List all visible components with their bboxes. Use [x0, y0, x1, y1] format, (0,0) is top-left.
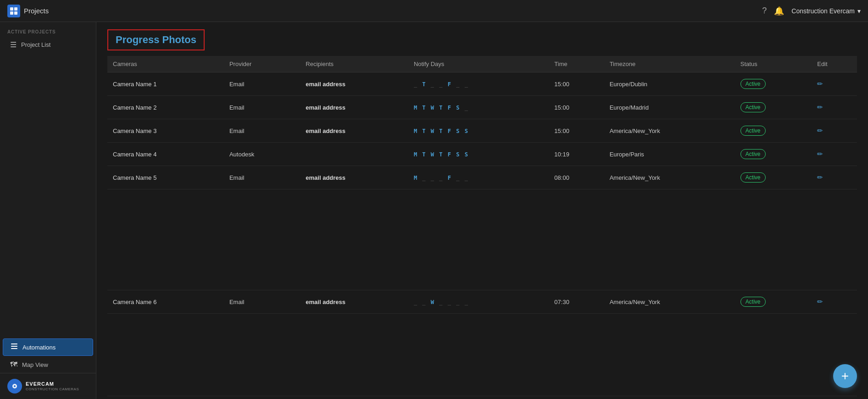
cell-edit[interactable]: ✏ [812, 166, 857, 189]
table-row: Camera Name 3 Email email address M T W … [107, 119, 857, 143]
cell-timezone: Europe/Dublin [604, 72, 735, 96]
status-badge: Active [740, 172, 766, 183]
col-status: Status [735, 56, 812, 72]
sidebar-item-map-view[interactable]: 🗺 Map View [3, 357, 93, 372]
sidebar-item-automations[interactable]: Automations [3, 338, 93, 356]
sidebar-item-project-list[interactable]: ☰ Project List [3, 37, 93, 53]
cell-status: Active [735, 72, 812, 96]
cell-camera: Camera Name 1 [107, 72, 224, 96]
evercam-logo-text-group: EVERCAM CONSTRUCTION CAMERAS [26, 381, 79, 391]
cell-edit[interactable]: ✏ [812, 96, 857, 119]
status-badge: Active [740, 149, 766, 159]
navbar: Projects ? 🔔 Construction Evercam ▾ [0, 0, 868, 22]
cell-timezone: America/New_York [604, 166, 735, 189]
cell-camera: Camera Name 3 [107, 119, 224, 143]
evercam-logo: EVERCAM CONSTRUCTION CAMERAS [7, 379, 79, 393]
add-fab-button[interactable]: + [833, 364, 857, 388]
status-badge: Active [740, 102, 766, 112]
cell-status: Active [735, 143, 812, 166]
user-menu[interactable]: Construction Evercam ▾ [791, 7, 861, 15]
cell-timezone: Europe/Paris [604, 143, 735, 166]
cell-edit[interactable]: ✏ [812, 396, 857, 399]
cell-edit[interactable]: ✏ [812, 143, 857, 166]
edit-icon[interactable]: ✏ [817, 103, 823, 111]
svg-rect-3 [14, 11, 17, 15]
cell-camera: Camera Name 7 [107, 396, 224, 399]
cell-recipients: email address [300, 290, 408, 314]
page-header: Progress Photos [96, 22, 868, 56]
cell-notify-days: _ T _ _ F _ _ [408, 72, 549, 96]
col-provider: Provider [224, 56, 300, 72]
cell-recipients: email address [300, 96, 408, 119]
cell-notify-days: _ _ W _ _ _ _ [408, 396, 549, 399]
fab-plus-icon: + [841, 369, 849, 383]
cell-time: 15:00 [549, 96, 604, 119]
map-view-icon: 🗺 [10, 360, 17, 369]
edit-icon[interactable]: ✏ [817, 173, 823, 181]
table-row: Camera Name 2 Email email address M T W … [107, 96, 857, 119]
sidebar-bottom: EVERCAM CONSTRUCTION CAMERAS [0, 373, 96, 399]
col-recipients: Recipients [300, 56, 408, 72]
cell-edit[interactable]: ✏ [812, 72, 857, 96]
app-logo [7, 5, 20, 17]
svg-rect-6 [11, 348, 17, 349]
bell-icon[interactable]: 🔔 [774, 6, 784, 16]
status-badge: Active [740, 126, 766, 136]
cell-time: 15:00 [549, 119, 604, 143]
sidebar-section-label: ACTIVE PROJECTS [0, 26, 96, 36]
cell-time: 07:30 [549, 290, 604, 314]
navbar-title: Projects [24, 7, 49, 15]
main-layout: ACTIVE PROJECTS ☰ Project List Automatio… [0, 22, 868, 399]
cell-timezone: America/New_York [604, 119, 735, 143]
cell-time: 10:19 [549, 143, 604, 166]
automations-icon [11, 343, 18, 352]
evercam-logo-name: EVERCAM [26, 381, 79, 387]
cell-recipients [300, 143, 408, 166]
cell-provider: Autodesk [224, 143, 300, 166]
edit-icon[interactable]: ✏ [817, 80, 823, 88]
cell-status: Active [735, 96, 812, 119]
cell-notify-days: M _ _ _ F _ _ [408, 166, 549, 189]
cell-recipients: email address [300, 119, 408, 143]
cell-provider: Email [224, 290, 300, 314]
page-title: Progress Photos [116, 34, 196, 45]
spacer-row [107, 189, 857, 290]
table-row: Camera Name 7 Email email address _ _ W … [107, 396, 857, 399]
sidebar: ACTIVE PROJECTS ☰ Project List Automatio… [0, 22, 96, 399]
sidebar-item-label-project-list: Project List [21, 41, 50, 48]
user-name: Construction Evercam [791, 7, 855, 15]
cell-status: Active [735, 290, 812, 314]
project-list-icon: ☰ [10, 40, 17, 49]
cell-timezone: America/New_York [604, 396, 735, 399]
table-container: Cameras Provider Recipients Notify Days … [96, 56, 868, 399]
cell-camera: Camera Name 4 [107, 143, 224, 166]
help-icon[interactable]: ? [762, 6, 767, 16]
cell-provider: Email [224, 72, 300, 96]
svg-point-9 [14, 385, 16, 387]
cell-status: Active [735, 119, 812, 143]
cell-notify-days: M T W T F S _ [408, 96, 549, 119]
cell-recipients: email address [300, 396, 408, 399]
table-row: Camera Name 6 Email email address _ _ W … [107, 290, 857, 314]
cell-provider: Email [224, 96, 300, 119]
col-cameras: Cameras [107, 56, 224, 72]
progress-photos-table: Cameras Provider Recipients Notify Days … [107, 56, 857, 399]
cell-edit[interactable]: ✏ [812, 119, 857, 143]
col-time: Time [549, 56, 604, 72]
spacer-row [107, 314, 857, 396]
sidebar-item-label-map-view: Map View [22, 361, 48, 368]
table-row: Camera Name 4 Autodesk M T W T F S S 10:… [107, 143, 857, 166]
svg-rect-4 [11, 344, 17, 344]
edit-icon[interactable]: ✏ [817, 298, 823, 305]
cell-camera: Camera Name 5 [107, 166, 224, 189]
table-header: Cameras Provider Recipients Notify Days … [107, 56, 857, 72]
edit-icon[interactable]: ✏ [817, 127, 823, 134]
edit-icon[interactable]: ✏ [817, 150, 823, 158]
status-badge: Active [740, 79, 766, 89]
cell-provider: Email [224, 166, 300, 189]
navbar-right: ? 🔔 Construction Evercam ▾ [762, 6, 861, 16]
table-body: Camera Name 1 Email email address _ T _ … [107, 72, 857, 399]
svg-rect-1 [14, 7, 17, 11]
cell-edit[interactable]: ✏ [812, 290, 857, 314]
status-badge: Active [740, 297, 766, 307]
